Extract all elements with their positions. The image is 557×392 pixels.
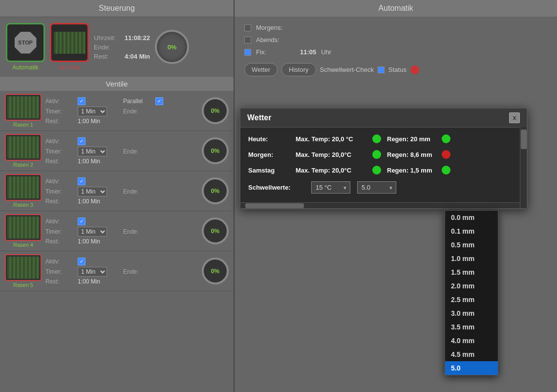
ende-label: Ende: bbox=[94, 44, 121, 51]
dropdown-item-3[interactable]: 1.0 mm bbox=[445, 252, 498, 265]
temp-dot-0 bbox=[372, 134, 381, 143]
rain-dropdown-list[interactable]: 0.0 mm0.1 mm0.5 mm1.0 mm1.5 mm2.0 mm2.5 … bbox=[445, 210, 498, 375]
timer-label-3: Timer: bbox=[45, 228, 75, 235]
wetter-btn-label: Wetter bbox=[252, 66, 270, 73]
ventile-grass-icon-0 bbox=[7, 96, 39, 118]
abends-label: Abends: bbox=[256, 36, 295, 44]
stop-icon: STOP bbox=[15, 32, 37, 54]
rain-threshold-select[interactable]: 5.0 bbox=[357, 181, 396, 194]
ende-label-v-0: Ende: bbox=[123, 108, 152, 115]
schwellwerte-label: Schwellwerte: bbox=[248, 184, 304, 191]
rest-label-v-3: Rest: bbox=[45, 238, 75, 245]
ventile-item: Rasen 5 Aktiv: ✓ Timer: 1 Min Ende: Rest… bbox=[0, 251, 234, 291]
abends-row: Abends: bbox=[244, 36, 547, 44]
ende-label-v-2: Ende: bbox=[123, 188, 152, 195]
dropdown-item-4[interactable]: 1.5 mm bbox=[445, 265, 498, 279]
tab-buttons: Wetter History Schwellwert-Check Status bbox=[244, 63, 547, 76]
stop-button[interactable]: STOP bbox=[6, 23, 45, 62]
steuerung-top: STOP Automatik An / Aus Uhrzeit: 11:08:2… bbox=[0, 17, 234, 77]
aktiv-checkbox-1[interactable]: ✓ bbox=[78, 137, 86, 145]
history-btn-label: History bbox=[289, 66, 308, 73]
fix-time-value: 11:05 bbox=[300, 48, 316, 56]
wetter-body: Heute: Max. Temp: 20,0 °C Regen: 20 mm M… bbox=[240, 128, 527, 200]
automatik-content: Morgens: Abends: Fix: 11:05 Uhr Wetter H… bbox=[235, 17, 557, 84]
parallel-label-0: Parallel bbox=[123, 98, 152, 105]
ende-label-v-1: Ende: bbox=[123, 148, 152, 155]
abends-checkbox[interactable] bbox=[244, 37, 251, 44]
ventile-grass-icon-2 bbox=[7, 176, 39, 198]
morgens-row: Morgens: bbox=[244, 24, 547, 31]
ventile-thumb-2 bbox=[5, 174, 42, 201]
main-progress-gauge: 0% bbox=[155, 30, 189, 64]
temp-threshold-select[interactable]: 15 °C bbox=[311, 181, 350, 194]
ende-label-v-3: Ende: bbox=[123, 228, 152, 235]
automatik-header: Automatik bbox=[235, 0, 557, 17]
wetter-tab-button[interactable]: Wetter bbox=[244, 63, 278, 76]
dropdown-item-0[interactable]: 0.0 mm bbox=[445, 211, 498, 224]
steuerung-title: Steuerung bbox=[99, 4, 135, 12]
aktiv-checkbox-2[interactable]: ✓ bbox=[78, 177, 86, 185]
timer-label-1: Timer: bbox=[45, 148, 75, 155]
ventile-item: Rasen 1 Aktiv: ✓ Parallel✓ Timer: 1 Min … bbox=[0, 91, 234, 131]
ventile-title: Ventile bbox=[106, 80, 128, 88]
dropdown-item-1[interactable]: 0.1 mm bbox=[445, 224, 498, 238]
fix-checkbox[interactable] bbox=[244, 49, 251, 56]
timer-select-3[interactable]: 1 Min bbox=[78, 227, 107, 237]
dropdown-item-6[interactable]: 2.5 mm bbox=[445, 293, 498, 306]
an-aus-button[interactable] bbox=[50, 23, 89, 62]
wetter-day-0: Heute: bbox=[248, 135, 290, 143]
main-progress-value: 0% bbox=[168, 44, 177, 51]
ventile-item: Rasen 3 Aktiv: ✓ Timer: 1 Min Ende: Rest… bbox=[0, 171, 234, 211]
wetter-vertical-scrollbar[interactable] bbox=[520, 127, 527, 208]
aktiv-checkbox-4[interactable]: ✓ bbox=[78, 258, 86, 265]
wetter-temp-0: Max. Temp: 20,0 °C bbox=[296, 135, 366, 143]
ventile-thumb-1 bbox=[5, 134, 42, 161]
rest-value: 4:04 Min bbox=[125, 53, 150, 60]
ventile-grass-icon-4 bbox=[7, 257, 39, 279]
left-panel: Steuerung STOP Automatik An / Aus Uhrzei… bbox=[0, 0, 235, 392]
aktiv-value-0: ✓ bbox=[78, 97, 120, 105]
aktiv-value-4: ✓ bbox=[78, 258, 120, 265]
timer-select-2[interactable]: 1 Min bbox=[78, 187, 107, 196]
ventile-controls-2: Aktiv: ✓ Timer: 1 Min Ende: Rest: 1:00 M… bbox=[45, 177, 198, 205]
wetter-popup-header: Wetter x bbox=[240, 109, 527, 128]
aktiv-label-0: Aktiv: bbox=[45, 98, 75, 105]
aktiv-checkbox-0[interactable]: ✓ bbox=[78, 97, 86, 105]
aktiv-checkbox-3[interactable]: ✓ bbox=[78, 218, 86, 225]
wetter-day-2: Samstag bbox=[248, 167, 290, 174]
wetter-row-2: Samstag Max. Temp: 20,0°C Regen: 1,5 mm bbox=[248, 166, 519, 174]
dropdown-item-10[interactable]: 4.5 mm bbox=[445, 348, 498, 361]
rest-value-v-2: 1:00 Min bbox=[78, 198, 120, 205]
timer-select-0[interactable]: 1 Min bbox=[78, 107, 107, 116]
rest-value-v-0: 1:00 Min bbox=[78, 118, 120, 125]
morgens-checkbox[interactable] bbox=[244, 24, 251, 31]
ventile-gauge-0: 0% bbox=[202, 97, 229, 124]
steuerung-header: Steuerung bbox=[0, 0, 234, 17]
rest-label-v-4: Rest: bbox=[45, 278, 75, 285]
dropdown-item-11[interactable]: 5.0 bbox=[445, 361, 498, 375]
ventile-name-0: Rasen 1 bbox=[5, 122, 42, 128]
ventile-thumb-0 bbox=[5, 94, 42, 121]
aktiv-value-2: ✓ bbox=[78, 177, 120, 185]
aktiv-label-4: Aktiv: bbox=[45, 258, 75, 265]
dropdown-item-5[interactable]: 2.0 mm bbox=[445, 279, 498, 293]
schwellwert-checkbox[interactable] bbox=[378, 66, 385, 73]
ventile-thumb-3 bbox=[5, 214, 42, 241]
wetter-day-1: Morgen: bbox=[248, 151, 290, 158]
timer-value-3: 1 Min bbox=[78, 227, 120, 237]
dropdown-item-8[interactable]: 3.5 mm bbox=[445, 320, 498, 334]
dropdown-item-9[interactable]: 4.0 mm bbox=[445, 334, 498, 348]
wetter-horizontal-scrollbar[interactable] bbox=[240, 202, 527, 208]
schwellwert-check-label: Schwellwert-Check bbox=[320, 66, 374, 73]
rain-dot-2 bbox=[442, 166, 450, 174]
wetter-row-1: Morgen: Max. Temp: 20,0°C Regen: 8,6 mm bbox=[248, 150, 519, 159]
wetter-close-button[interactable]: x bbox=[509, 112, 520, 123]
dropdown-item-2[interactable]: 0.5 mm bbox=[445, 238, 498, 252]
timer-select-4[interactable]: 1 Min bbox=[78, 267, 107, 277]
dropdown-item-7[interactable]: 3.0 mm bbox=[445, 306, 498, 320]
aktiv-label-3: Aktiv: bbox=[45, 218, 75, 225]
history-tab-button[interactable]: History bbox=[281, 63, 316, 76]
timer-select-1[interactable]: 1 Min bbox=[78, 147, 107, 156]
parallel-checkbox-0[interactable]: ✓ bbox=[155, 97, 163, 105]
wetter-popup-title: Wetter bbox=[247, 113, 272, 122]
